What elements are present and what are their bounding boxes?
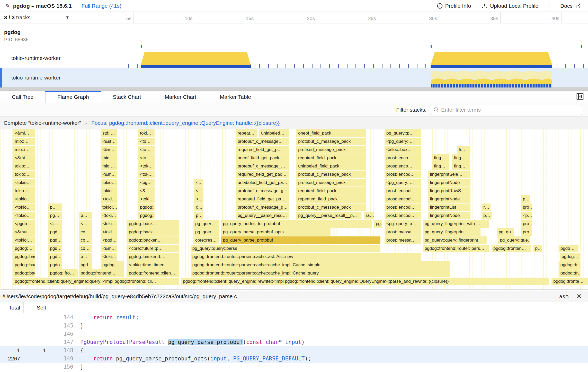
flame-node[interactable]: pgdog::fr…	[559, 261, 580, 269]
flame-node[interactable]: pgdog::backend:…	[127, 253, 179, 261]
process-track-content[interactable]	[77, 23, 588, 48]
flame-node[interactable]: pgdog::fro…	[48, 269, 77, 277]
flame-node[interactable]: <…	[79, 220, 92, 228]
flame-node[interactable]: std::…	[101, 129, 117, 137]
flame-node[interactable]: pg_query_parse_protobuf_opts	[221, 228, 331, 236]
thread-track-row-2-selected[interactable]: tokio-runtime-worker	[0, 68, 588, 87]
docs-link[interactable]: Docs	[560, 3, 581, 9]
flame-node[interactable]: pg_quer…	[193, 220, 219, 228]
flame-node[interactable]: <to…	[138, 146, 155, 154]
flame-node[interactable]: p…	[48, 203, 62, 211]
flame-node[interactable]: pgd…	[79, 261, 92, 269]
flame-node[interactable]: pgdog::frontend::router::parser::cache::…	[191, 261, 450, 269]
flame-node[interactable]: fingerprintNode	[428, 195, 470, 203]
flame-node[interactable]: protobuf_c_message_g…	[236, 187, 289, 195]
flame-node[interactable]: pgdog::frontend::router::parser::cache::…	[191, 269, 450, 277]
flame-node[interactable]: <tokio…	[13, 195, 35, 203]
timeline-ruler[interactable]: 5s10s15s20s25s30s35s40s	[77, 12, 588, 23]
flame-node[interactable]: pgdog::frontend::clien…	[127, 269, 179, 277]
breadcrumb-root[interactable]: Complete “tokio-runtime-worker”	[4, 120, 81, 126]
flame-node[interactable]: <alloc::box…	[385, 146, 421, 154]
flame-node[interactable]: pg_query::query::parse	[191, 245, 380, 252]
flame-node[interactable]: p…	[482, 212, 492, 219]
flame-node[interactable]: protobuf_c_message_g…	[236, 203, 289, 211]
flame-node[interactable]: pg_quer…	[193, 228, 219, 236]
flame-node[interactable]: <toki…	[101, 220, 117, 228]
flame-node[interactable]: pgdog::bac…	[13, 253, 35, 261]
flame-node[interactable]: prost::encodi…	[385, 212, 421, 219]
flame-node[interactable]: pgdog::back…	[127, 220, 179, 228]
filter-input[interactable]	[441, 107, 579, 113]
flame-node[interactable]: pgd…	[48, 245, 62, 252]
flame-node[interactable]: pgdog::frontend::client::query_engine::q…	[13, 278, 179, 285]
flame-node[interactable]: fing…	[432, 162, 449, 170]
flame-node[interactable]: tokio::i…	[13, 187, 35, 195]
flame-node[interactable]: pg…	[48, 212, 62, 219]
thread2-track-content[interactable]	[77, 68, 588, 87]
flame-node[interactable]: fingerprintList	[428, 203, 470, 211]
flame-node[interactable]: unlabeled…	[259, 129, 289, 137]
flame-node[interactable]: unlabeled_field_pack	[296, 162, 366, 170]
full-range-link[interactable]: Full Range (41s)	[82, 3, 121, 9]
sidebar-toggle-button[interactable]	[576, 93, 584, 101]
upload-local-profile-button[interactable]: Upload Local Profile	[482, 3, 538, 9]
flame-node[interactable]: protobuf_c_message_…	[236, 162, 289, 170]
close-icon[interactable]: ✕	[576, 293, 582, 300]
flame-node[interactable]: fing…	[452, 162, 470, 170]
flame-node[interactable]: required_field_pack	[296, 154, 366, 162]
flame-node[interactable]: <t…	[48, 220, 62, 228]
flame-node[interactable]: <…	[194, 179, 203, 187]
flame-node[interactable]: pg_query__parse_resu…	[236, 212, 289, 219]
flame-node[interactable]: p…	[79, 212, 92, 219]
flame-node[interactable]: ra…	[364, 212, 374, 219]
flame-node[interactable]: <tok…	[138, 162, 155, 170]
flame-node[interactable]: p…	[521, 195, 530, 203]
flame-node[interactable]: pgdog…	[101, 261, 124, 269]
flame-node[interactable]: fi…	[457, 146, 470, 154]
flame-node[interactable]: pgdog::fronte…	[551, 278, 588, 285]
tab-stack-chart[interactable]: Stack Chart	[101, 91, 153, 103]
flame-node[interactable]: pgdog::frontend::client::query_engine::r…	[181, 278, 549, 285]
flame-node[interactable]: tokio::…	[13, 162, 35, 170]
flame-node[interactable]: <pg…	[138, 179, 155, 187]
flame-node[interactable]: <tokio…	[13, 212, 35, 219]
flame-node[interactable]: mio:…	[101, 162, 117, 170]
flame-node[interactable]: pgdog::bac…	[13, 261, 35, 269]
flame-node[interactable]: pgdo…	[559, 245, 579, 252]
flame-node[interactable]: c…	[194, 203, 203, 211]
flame-node[interactable]: <tokio::time::timeo…	[127, 261, 179, 269]
flame-node[interactable]: <…	[194, 187, 203, 195]
asm-toggle-button[interactable]: asm	[559, 293, 568, 299]
flame-node[interactable]: <&mi…	[13, 154, 35, 162]
flame-node[interactable]: fingerprintSele…	[428, 171, 470, 178]
flame-node[interactable]: pg_query_nodes_to_protobuf	[221, 220, 372, 228]
flame-node[interactable]: protobuf_c_message_pack	[296, 203, 366, 211]
flame-node[interactable]: <pgdo…	[13, 220, 35, 228]
flame-node[interactable]: oneof_field_pack	[296, 129, 366, 137]
flame-node[interactable]: pgdog::fronten…	[492, 245, 531, 252]
flame-node[interactable]: pgdog::backen…	[127, 236, 179, 244]
flame-node[interactable]: pgdog:…	[13, 245, 35, 252]
flame-node[interactable]: <tok…	[138, 171, 155, 178]
flame-node[interactable]: core::res…	[193, 236, 219, 244]
flame-node[interactable]: <tokio…	[13, 179, 35, 187]
profile-info-button[interactable]: Profile Info	[437, 3, 471, 9]
flame-node[interactable]: tokio::…	[13, 171, 35, 178]
flame-node[interactable]: repeat…	[236, 129, 258, 137]
flame-node[interactable]: <to…	[138, 154, 155, 162]
flame-node[interactable]: prost::messa…	[385, 236, 421, 244]
flame-node[interactable]: co…	[79, 236, 92, 244]
flame-node[interactable]: prost::encodi…	[385, 187, 421, 195]
flame-node[interactable]: p…	[79, 253, 92, 261]
flame-node[interactable]: protobuf_c_message_pack	[296, 171, 366, 178]
flame-node[interactable]: co…	[79, 228, 92, 236]
flame-node[interactable]: co…	[79, 245, 92, 252]
flame-node[interactable]: prost::encodi…	[385, 203, 421, 211]
flame-node[interactable]: <&m…	[101, 245, 117, 252]
flame-node[interactable]: prefixed_message_pack	[296, 146, 366, 154]
flame-node[interactable]: prost::messa…	[385, 228, 421, 236]
flame-node[interactable]: r…	[482, 203, 490, 211]
edit-pencil-icon[interactable]: ✎	[6, 3, 10, 9]
flame-node[interactable]: prost::encodi…	[385, 195, 421, 203]
flame-node[interactable]: prost::enco…	[385, 154, 421, 162]
